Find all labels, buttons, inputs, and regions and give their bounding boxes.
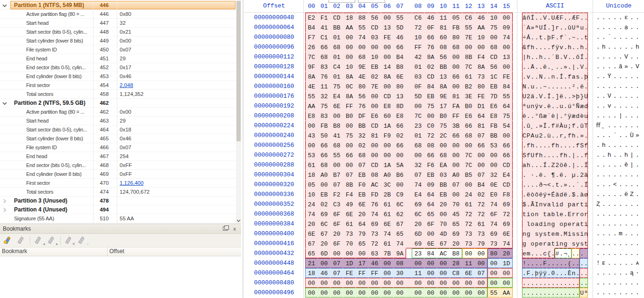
unicode-char[interactable]: .: [595, 101, 601, 111]
ascii-char[interactable]: #: [555, 248, 559, 258]
hex-byte[interactable]: B4: [475, 180, 487, 189]
hex-byte[interactable]: 56: [487, 62, 500, 72]
hex-byte[interactable]: 00: [318, 258, 330, 268]
ascii-char[interactable]: .: [572, 180, 576, 189]
ascii-char[interactable]: .: [551, 131, 555, 140]
ascii-char[interactable]: F: [575, 13, 580, 22]
ascii-char[interactable]: .: [543, 278, 547, 288]
unicode-char[interactable]: .: [629, 81, 635, 91]
hex-byte[interactable]: 00: [368, 288, 381, 298]
unicode-char[interactable]: .: [601, 160, 607, 170]
tree-row[interactable]: Total sectors474124,700,672: [0, 188, 236, 196]
unicode-char[interactable]: .: [623, 239, 629, 248]
hex-byte[interactable]: 05: [450, 13, 462, 22]
hex-byte[interactable]: 74: [412, 180, 424, 189]
ascii-char[interactable]: ù: [547, 131, 551, 140]
unicode-char[interactable]: .: [607, 268, 612, 278]
unicode-char[interactable]: .: [612, 101, 618, 111]
ascii-char[interactable]: n: [530, 101, 535, 111]
hex-byte[interactable]: 00: [450, 288, 462, 298]
hex-byte[interactable]: 8A: [381, 72, 394, 81]
hex-byte[interactable]: 56: [437, 52, 450, 62]
ascii-char[interactable]: .: [575, 42, 580, 52]
hex-byte[interactable]: 00: [318, 278, 330, 288]
hex-byte[interactable]: 00: [330, 160, 343, 170]
ascii-char[interactable]: n: [572, 268, 576, 278]
hex-byte[interactable]: 00: [500, 62, 513, 72]
ascii-char[interactable]: .: [584, 81, 588, 91]
hex-byte[interactable]: 00: [356, 248, 368, 258]
unicode-char[interactable]: .: [618, 121, 623, 131]
hex-byte[interactable]: 24: [305, 199, 318, 209]
hex-byte[interactable]: FF: [450, 111, 462, 121]
ascii-char[interactable]: e: [538, 239, 543, 248]
ascii-char[interactable]: u: [584, 111, 588, 121]
hex-byte[interactable]: 5D: [394, 22, 406, 32]
ascii-char[interactable]: .: [555, 288, 559, 298]
hex-byte[interactable]: 00: [343, 32, 356, 42]
unicode-char[interactable]: .: [635, 101, 640, 111]
hex-byte[interactable]: 80: [356, 81, 368, 91]
unicode-char[interactable]: .: [607, 199, 612, 209]
ascii-char[interactable]: C: [522, 131, 526, 140]
hex-byte[interactable]: 07: [450, 180, 462, 189]
ascii-char[interactable]: .: [538, 13, 543, 22]
hex-byte[interactable]: 00: [368, 278, 381, 288]
unicode-char[interactable]: .: [612, 22, 618, 32]
hex-byte[interactable]: 8A: [475, 62, 487, 72]
ascii-char[interactable]: .: [572, 278, 576, 288]
hex-byte[interactable]: 10: [475, 32, 487, 42]
unicode-char[interactable]: .: [595, 111, 601, 121]
hex-byte[interactable]: 6F: [330, 219, 343, 229]
unicode-char[interactable]: .: [601, 81, 607, 91]
unicode-char[interactable]: .: [635, 72, 640, 81]
ascii-char[interactable]: f: [551, 140, 555, 150]
unicode-char[interactable]: .: [601, 229, 607, 239]
hex-byte[interactable]: 00: [381, 81, 394, 91]
hex-byte[interactable]: D1: [475, 101, 487, 111]
ascii-char[interactable]: .: [555, 150, 559, 160]
unicode-char[interactable]: .: [618, 42, 623, 52]
hex-byte[interactable]: F4: [475, 52, 487, 62]
hex-byte[interactable]: 8B: [462, 52, 475, 62]
ascii-char[interactable]: .: [538, 248, 543, 258]
hex-byte[interactable]: 00: [368, 150, 381, 160]
ascii-char[interactable]: ë: [580, 81, 584, 91]
hex-byte[interactable]: 00: [330, 288, 343, 298]
bookmark-column-header[interactable]: Bookmark: [0, 247, 107, 256]
ascii-char[interactable]: .: [530, 160, 535, 170]
ascii-char[interactable]: f: [534, 150, 538, 160]
ascii-char[interactable]: »: [580, 131, 584, 140]
unicode-char[interactable]: .: [601, 288, 607, 298]
hex-byte[interactable]: 69: [412, 239, 424, 248]
ascii-char[interactable]: 2: [555, 160, 559, 170]
unicode-char[interactable]: .: [607, 258, 612, 268]
hex-byte[interactable]: EB: [356, 170, 368, 180]
ascii-char[interactable]: °: [563, 111, 567, 121]
hex-byte[interactable]: 00: [412, 258, 424, 268]
hex-byte[interactable]: CD: [424, 72, 437, 81]
unicode-char[interactable]: .: [607, 42, 612, 52]
unicode-char[interactable]: .: [623, 81, 629, 91]
ascii-char[interactable]: F: [559, 13, 563, 22]
ascii-char[interactable]: v: [559, 42, 563, 52]
hex-byte[interactable]: EB: [487, 81, 500, 91]
hex-byte[interactable]: 00: [475, 248, 487, 258]
unicode-char[interactable]: .: [595, 131, 601, 140]
hex-byte[interactable]: 07: [475, 131, 487, 140]
ascii-char[interactable]: .: [543, 32, 547, 42]
hex-byte[interactable]: 55: [394, 13, 406, 22]
hex-byte[interactable]: BB: [330, 22, 343, 32]
hex-byte[interactable]: 00: [475, 160, 487, 170]
ascii-char[interactable]: a: [547, 239, 551, 248]
ascii-char[interactable]: e: [559, 209, 563, 219]
ascii-char[interactable]: ,: [563, 131, 567, 140]
unicode-char[interactable]: .: [618, 248, 623, 258]
ascii-char[interactable]: .: [559, 248, 563, 258]
ascii-char[interactable]: h: [538, 52, 543, 62]
unicode-char[interactable]: .: [618, 101, 623, 111]
ascii-char[interactable]: .: [522, 189, 526, 199]
hex-byte[interactable]: 54: [500, 121, 513, 131]
ascii-char[interactable]: ø: [584, 189, 588, 199]
hex-byte[interactable]: 81: [475, 121, 487, 131]
